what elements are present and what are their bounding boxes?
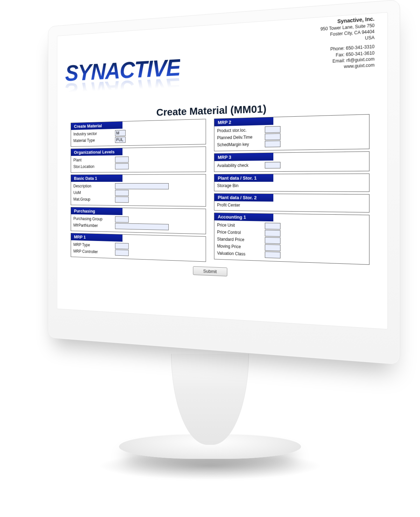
- company-address-line3: USA: [320, 35, 374, 44]
- input-industry-sector[interactable]: [115, 130, 126, 136]
- form-column-left: Create MaterialIndustry sectorMaterial T…: [71, 119, 206, 264]
- label-description: Description: [74, 184, 113, 188]
- section-body-mrp-3: Availability check: [215, 160, 369, 172]
- label-price-unit: Price Unit: [217, 222, 262, 228]
- input-mrp-controller[interactable]: [115, 249, 129, 256]
- label-price-control: Price Control: [217, 229, 262, 235]
- input-product-stor-loc[interactable]: [265, 126, 281, 133]
- section-body-organizational-levels: PlantStor.Location: [71, 154, 206, 172]
- section-header-plant-data-stor-1: Plant data / Stor. 1: [215, 174, 273, 182]
- section-header-plant-data-stor-2: Plant data / Stor. 2: [215, 194, 273, 201]
- label-material-type: Material Type: [74, 138, 113, 143]
- label-plant: Plant: [74, 157, 113, 162]
- section-header-mrp-1: MRP 1: [71, 233, 122, 242]
- label-industry-sector: Industry sector: [74, 131, 113, 137]
- field-row-standard-price: Standard Price: [217, 236, 366, 246]
- input-plant[interactable]: [115, 157, 129, 163]
- section-body-plant-data-stor-2: Profit Center: [215, 201, 369, 212]
- section-accounting-1: Accounting 1Price UnitPrice ControlStand…: [214, 213, 370, 265]
- section-header-basic-data-1: Basic Data 1: [71, 175, 122, 182]
- field-row-moving-price: Moving Price: [217, 243, 366, 254]
- input-purchasing-group[interactable]: [115, 216, 129, 223]
- logo-text: SYNACTIVE: [65, 57, 180, 83]
- company-address-line2: Foster City, CA 94404: [320, 29, 374, 38]
- label-storage-bin: Storage Bin: [217, 183, 262, 188]
- section-header-purchasing: Purchasing: [71, 207, 122, 215]
- label-schedmargin-key: SchedMargin key: [217, 142, 262, 147]
- section-header-mrp-2: MRP 2: [215, 117, 273, 126]
- label-moving-price: Moving Price: [217, 244, 262, 250]
- label-standard-price: Standard Price: [217, 237, 262, 243]
- field-row-price-control: Price Control: [217, 229, 366, 239]
- section-mrp-2: MRP 2Product stor.loc.Planned Deliv.Time…: [214, 114, 370, 151]
- input-material-type[interactable]: [115, 137, 126, 143]
- form-columns: Create MaterialIndustry sectorMaterial T…: [65, 114, 377, 270]
- section-body-plant-data-stor-1: Storage Bin: [215, 182, 369, 192]
- input-price-unit[interactable]: [265, 223, 281, 229]
- label-availability-check: Availability check: [217, 163, 262, 168]
- input-moving-price[interactable]: [265, 244, 281, 251]
- brand-logo: SYNACTIVE: [65, 57, 180, 83]
- label-mat-group: Mat.Group: [74, 197, 113, 202]
- input-uom[interactable]: [115, 190, 129, 196]
- input-standard-price[interactable]: [265, 237, 281, 244]
- field-row-mat-group: Mat.Group: [74, 196, 203, 203]
- label-planned-deliv-time: Planned Deliv.Time: [217, 135, 262, 140]
- field-row-product-stor-loc: Product stor.loc.: [217, 124, 366, 134]
- field-row-description: Description: [74, 183, 203, 189]
- input-schedmargin-key[interactable]: [265, 140, 281, 147]
- section-body-mrp-1: MRP TypeMRP Controller: [71, 240, 206, 262]
- label-uom: UoM: [74, 190, 113, 195]
- label-mrp-controller: MRP Controller: [74, 249, 113, 255]
- company-address-line1: 950 Tower Lane, Suite 750: [320, 22, 374, 32]
- input-mfrpartnumber[interactable]: [115, 223, 169, 230]
- field-row-price-unit: Price Unit: [217, 222, 366, 231]
- label-mfrpartnumber: MfrPartNumber: [74, 223, 113, 228]
- field-row-availability-check: Availability check: [217, 161, 366, 169]
- section-body-mrp-2: Product stor.loc.Planned Deliv.TimeSched…: [215, 122, 369, 151]
- input-price-control[interactable]: [265, 230, 281, 237]
- field-row-uom: UoM: [74, 190, 203, 197]
- company-phone: Phone: 650-341-3310: [320, 44, 374, 53]
- section-body-accounting-1: Price UnitPrice ControlStandard PriceMov…: [215, 220, 369, 264]
- section-header-mrp-3: MRP 3: [215, 153, 273, 161]
- section-header-accounting-1: Accounting 1: [215, 213, 273, 221]
- field-row-storage-bin: Storage Bin: [217, 183, 366, 188]
- field-row-profit-center: Profit Center: [217, 202, 366, 209]
- company-info: Synactive, Inc. 950 Tower Lane, Suite 75…: [320, 15, 374, 71]
- input-valuation-class[interactable]: [265, 251, 281, 258]
- input-mrp-type[interactable]: [115, 243, 129, 249]
- form-column-right: MRP 2Product stor.loc.Planned Deliv.Time…: [214, 114, 370, 267]
- section-plant-data-stor-1: Plant data / Stor. 1Storage Bin: [214, 173, 370, 192]
- input-planned-deliv-time[interactable]: [265, 133, 281, 140]
- section-body-basic-data-1: DescriptionUoMMat.Group: [71, 182, 206, 206]
- field-row-stor-location: Stor.Location: [74, 163, 203, 170]
- field-row-valuation-class: Valuation Class: [217, 250, 366, 261]
- section-header-create-material: Create Material: [71, 122, 122, 130]
- section-body-create-material: Industry sectorMaterial Type: [71, 126, 206, 146]
- label-stor-location: Stor.Location: [74, 164, 113, 169]
- input-mat-group[interactable]: [115, 197, 129, 203]
- field-row-planned-deliv-time: Planned Deliv.Time: [217, 131, 366, 141]
- screen: SYNACTIVE Synactive, Inc. 950 Tower Lane…: [57, 12, 388, 330]
- label-profit-center: Profit Center: [217, 202, 262, 208]
- field-row-plant: Plant: [74, 156, 203, 163]
- section-create-material: Create MaterialIndustry sectorMaterial T…: [71, 119, 206, 147]
- monitor-stand-neck: [171, 354, 249, 445]
- section-plant-data-stor-2: Plant data / Stor. 2Profit Center: [214, 193, 370, 213]
- label-purchasing-group: Purchasing Group: [74, 216, 113, 222]
- section-body-purchasing: Purchasing GroupMfrPartNumber: [71, 214, 206, 234]
- section-basic-data-1: Basic Data 1DescriptionUoMMat.Group: [71, 174, 206, 207]
- company-fax: Fax: 650-341-3610: [320, 50, 374, 59]
- input-availability-check[interactable]: [265, 162, 281, 168]
- monitor-bezel: SYNACTIVE Synactive, Inc. 950 Tower Lane…: [48, 0, 400, 365]
- input-description[interactable]: [115, 183, 169, 189]
- input-stor-location[interactable]: [115, 163, 129, 170]
- section-organizational-levels: Organizational LevelsPlantStor.Location: [71, 146, 206, 173]
- submit-button[interactable]: Submit: [193, 266, 227, 276]
- label-mrp-type: MRP Type: [74, 242, 113, 248]
- section-header-organizational-levels: Organizational Levels: [71, 148, 122, 156]
- section-mrp-1: MRP 1MRP TypeMRP Controller: [71, 233, 206, 262]
- label-product-stor-loc: Product stor.loc.: [217, 127, 262, 133]
- section-purchasing: PurchasingPurchasing GroupMfrPartNumber: [71, 207, 206, 234]
